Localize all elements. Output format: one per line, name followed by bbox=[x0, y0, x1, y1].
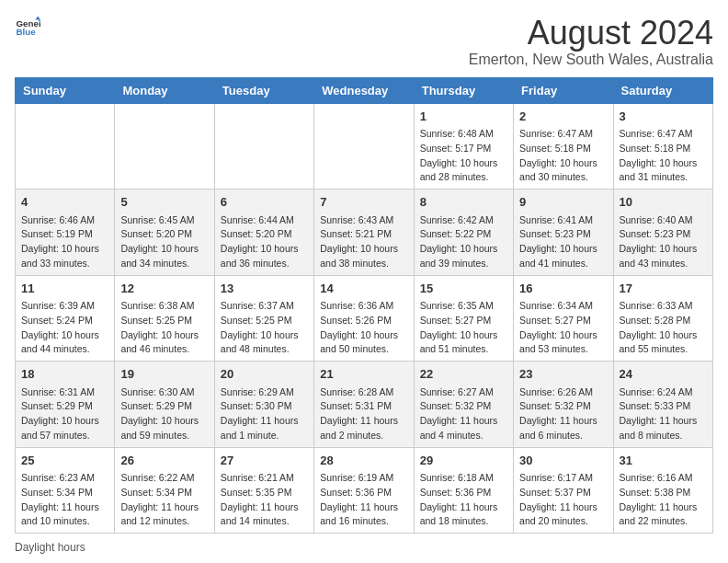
calendar-week-row: 18Sunrise: 6:31 AMSunset: 5:29 PMDayligh… bbox=[16, 362, 713, 448]
calendar-cell: 29Sunrise: 6:18 AMSunset: 5:36 PMDayligh… bbox=[414, 447, 513, 534]
day-of-week-header: Monday bbox=[115, 77, 214, 103]
day-number: 19 bbox=[120, 365, 208, 384]
day-info: Sunrise: 6:45 AMSunset: 5:20 PMDaylight:… bbox=[120, 213, 208, 271]
page-header: General Blue August 2024 Emerton, New So… bbox=[15, 15, 713, 68]
legend: Daylight hours bbox=[15, 541, 713, 554]
day-info: Sunrise: 6:29 AMSunset: 5:30 PMDaylight:… bbox=[221, 385, 308, 443]
day-info: Sunrise: 6:30 AMSunset: 5:29 PMDaylight:… bbox=[120, 385, 208, 443]
day-info: Sunrise: 6:24 AMSunset: 5:33 PMDaylight:… bbox=[620, 385, 707, 443]
calendar-cell bbox=[214, 103, 313, 190]
calendar-cell: 24Sunrise: 6:24 AMSunset: 5:33 PMDayligh… bbox=[613, 362, 712, 448]
day-info: Sunrise: 6:37 AMSunset: 5:25 PMDaylight:… bbox=[221, 299, 308, 357]
calendar-cell: 12Sunrise: 6:38 AMSunset: 5:25 PMDayligh… bbox=[115, 275, 214, 362]
day-of-week-header: Tuesday bbox=[214, 77, 313, 103]
calendar-cell: 15Sunrise: 6:35 AMSunset: 5:27 PMDayligh… bbox=[414, 275, 513, 362]
calendar-cell: 20Sunrise: 6:29 AMSunset: 5:30 PMDayligh… bbox=[214, 362, 313, 448]
day-number: 12 bbox=[120, 280, 208, 298]
day-info: Sunrise: 6:47 AMSunset: 5:18 PMDaylight:… bbox=[519, 127, 607, 185]
day-info: Sunrise: 6:17 AMSunset: 5:37 PMDaylight:… bbox=[519, 471, 607, 529]
calendar-cell: 21Sunrise: 6:28 AMSunset: 5:31 PMDayligh… bbox=[314, 362, 414, 448]
day-number: 27 bbox=[221, 452, 308, 470]
page-subtitle: Emerton, New South Wales, Australia bbox=[469, 52, 713, 68]
day-number: 16 bbox=[519, 280, 607, 298]
day-of-week-header: Sunday bbox=[16, 77, 115, 103]
day-info: Sunrise: 6:27 AMSunset: 5:32 PMDaylight:… bbox=[420, 385, 507, 443]
calendar-cell: 28Sunrise: 6:19 AMSunset: 5:36 PMDayligh… bbox=[314, 447, 414, 534]
day-info: Sunrise: 6:39 AMSunset: 5:24 PMDaylight:… bbox=[21, 299, 108, 357]
day-info: Sunrise: 6:35 AMSunset: 5:27 PMDaylight:… bbox=[420, 299, 507, 357]
day-info: Sunrise: 6:44 AMSunset: 5:20 PMDaylight:… bbox=[221, 213, 308, 271]
day-number: 30 bbox=[519, 452, 607, 470]
day-number: 31 bbox=[620, 452, 707, 470]
day-info: Sunrise: 6:28 AMSunset: 5:31 PMDaylight:… bbox=[320, 385, 407, 443]
day-number: 28 bbox=[320, 452, 407, 470]
calendar-cell bbox=[16, 103, 115, 190]
day-number: 24 bbox=[620, 365, 707, 384]
day-number: 8 bbox=[420, 193, 507, 212]
day-info: Sunrise: 6:43 AMSunset: 5:21 PMDaylight:… bbox=[320, 213, 407, 271]
calendar-cell: 6Sunrise: 6:44 AMSunset: 5:20 PMDaylight… bbox=[214, 190, 313, 276]
calendar-week-row: 4Sunrise: 6:46 AMSunset: 5:19 PMDaylight… bbox=[16, 190, 713, 276]
day-info: Sunrise: 6:40 AMSunset: 5:23 PMDaylight:… bbox=[620, 213, 707, 271]
day-number: 22 bbox=[420, 365, 507, 384]
day-number: 26 bbox=[120, 452, 208, 470]
day-number: 2 bbox=[519, 108, 607, 126]
calendar-cell: 30Sunrise: 6:17 AMSunset: 5:37 PMDayligh… bbox=[514, 447, 613, 534]
day-info: Sunrise: 6:34 AMSunset: 5:27 PMDaylight:… bbox=[519, 299, 607, 357]
day-number: 29 bbox=[420, 452, 507, 470]
day-number: 1 bbox=[420, 108, 507, 126]
calendar-cell: 26Sunrise: 6:22 AMSunset: 5:34 PMDayligh… bbox=[115, 447, 214, 534]
calendar-cell: 27Sunrise: 6:21 AMSunset: 5:35 PMDayligh… bbox=[214, 447, 313, 534]
calendar-cell: 11Sunrise: 6:39 AMSunset: 5:24 PMDayligh… bbox=[16, 275, 115, 362]
calendar-cell: 8Sunrise: 6:42 AMSunset: 5:22 PMDaylight… bbox=[414, 190, 513, 276]
calendar-cell: 22Sunrise: 6:27 AMSunset: 5:32 PMDayligh… bbox=[414, 362, 513, 448]
day-number: 23 bbox=[519, 365, 607, 384]
day-info: Sunrise: 6:38 AMSunset: 5:25 PMDaylight:… bbox=[120, 299, 208, 357]
day-number: 15 bbox=[420, 280, 507, 298]
day-info: Sunrise: 6:48 AMSunset: 5:17 PMDaylight:… bbox=[420, 127, 507, 185]
calendar-cell bbox=[314, 103, 414, 190]
day-info: Sunrise: 6:42 AMSunset: 5:22 PMDaylight:… bbox=[420, 213, 507, 271]
day-number: 17 bbox=[620, 280, 707, 298]
day-number: 6 bbox=[221, 193, 308, 212]
calendar-body: 1Sunrise: 6:48 AMSunset: 5:17 PMDaylight… bbox=[16, 103, 713, 534]
day-info: Sunrise: 6:41 AMSunset: 5:23 PMDaylight:… bbox=[519, 213, 607, 271]
day-info: Sunrise: 6:22 AMSunset: 5:34 PMDaylight:… bbox=[120, 471, 208, 529]
day-of-week-header: Saturday bbox=[613, 77, 712, 103]
logo: General Blue bbox=[15, 15, 40, 40]
calendar-week-row: 25Sunrise: 6:23 AMSunset: 5:34 PMDayligh… bbox=[16, 447, 713, 534]
day-info: Sunrise: 6:31 AMSunset: 5:29 PMDaylight:… bbox=[21, 385, 108, 443]
calendar-cell: 17Sunrise: 6:33 AMSunset: 5:28 PMDayligh… bbox=[613, 275, 712, 362]
calendar-cell: 23Sunrise: 6:26 AMSunset: 5:32 PMDayligh… bbox=[514, 362, 613, 448]
calendar-cell: 7Sunrise: 6:43 AMSunset: 5:21 PMDaylight… bbox=[314, 190, 414, 276]
day-info: Sunrise: 6:16 AMSunset: 5:38 PMDaylight:… bbox=[620, 471, 707, 529]
day-number: 4 bbox=[21, 193, 108, 212]
day-info: Sunrise: 6:47 AMSunset: 5:18 PMDaylight:… bbox=[620, 127, 707, 185]
calendar-cell: 19Sunrise: 6:30 AMSunset: 5:29 PMDayligh… bbox=[115, 362, 214, 448]
day-number: 20 bbox=[221, 365, 308, 384]
day-number: 21 bbox=[320, 365, 407, 384]
calendar-header: SundayMondayTuesdayWednesdayThursdayFrid… bbox=[16, 77, 713, 103]
day-of-week-header: Friday bbox=[514, 77, 613, 103]
day-info: Sunrise: 6:23 AMSunset: 5:34 PMDaylight:… bbox=[21, 471, 108, 529]
calendar-cell: 2Sunrise: 6:47 AMSunset: 5:18 PMDaylight… bbox=[514, 103, 613, 190]
calendar-cell: 13Sunrise: 6:37 AMSunset: 5:25 PMDayligh… bbox=[214, 275, 313, 362]
day-info: Sunrise: 6:33 AMSunset: 5:28 PMDaylight:… bbox=[620, 299, 707, 357]
day-of-week-header: Thursday bbox=[414, 77, 513, 103]
day-info: Sunrise: 6:36 AMSunset: 5:26 PMDaylight:… bbox=[320, 299, 407, 357]
calendar-table: SundayMondayTuesdayWednesdayThursdayFrid… bbox=[15, 77, 713, 534]
page-title: August 2024 bbox=[469, 15, 713, 52]
day-of-week-header: Wednesday bbox=[314, 77, 414, 103]
calendar-cell: 1Sunrise: 6:48 AMSunset: 5:17 PMDaylight… bbox=[414, 103, 513, 190]
svg-text:Blue: Blue bbox=[16, 27, 36, 37]
calendar-cell: 9Sunrise: 6:41 AMSunset: 5:23 PMDaylight… bbox=[514, 190, 613, 276]
calendar-cell: 18Sunrise: 6:31 AMSunset: 5:29 PMDayligh… bbox=[16, 362, 115, 448]
calendar-cell: 31Sunrise: 6:16 AMSunset: 5:38 PMDayligh… bbox=[613, 447, 712, 534]
calendar-week-row: 1Sunrise: 6:48 AMSunset: 5:17 PMDaylight… bbox=[16, 103, 713, 190]
day-number: 10 bbox=[620, 193, 707, 212]
day-info: Sunrise: 6:19 AMSunset: 5:36 PMDaylight:… bbox=[320, 471, 407, 529]
day-info: Sunrise: 6:18 AMSunset: 5:36 PMDaylight:… bbox=[420, 471, 507, 529]
legend-label: Daylight hours bbox=[15, 541, 85, 554]
day-number: 9 bbox=[519, 193, 607, 212]
calendar-cell: 14Sunrise: 6:36 AMSunset: 5:26 PMDayligh… bbox=[314, 275, 414, 362]
